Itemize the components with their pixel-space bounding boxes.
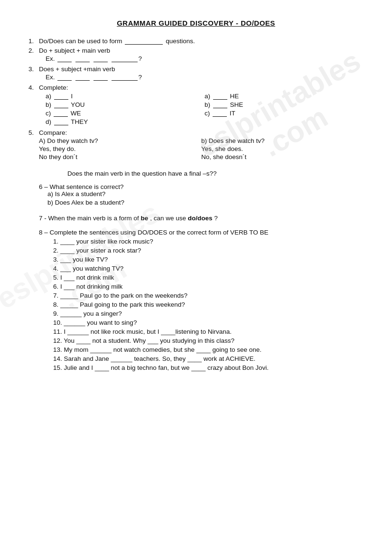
q5-left-yes: Yes, they do. <box>39 145 196 152</box>
sentence-item-15: 15. Julie and I ____ not a big techno fa… <box>53 364 364 371</box>
q7-be: be <box>141 215 149 222</box>
q1-blank <box>125 38 163 45</box>
q6-content: 6 – What sentence is correct? a) Is Alex… <box>39 183 364 207</box>
q5-right-no: No, she doesn´t <box>201 153 359 160</box>
spacer-1 <box>28 210 364 215</box>
q2-ex: Ex. ? <box>46 55 364 62</box>
sentence-item-13: 13. My mom ______ not watch comedies, bu… <box>53 346 364 353</box>
q7-num <box>28 215 39 222</box>
q4-right: a) HE b) SHE c) IT <box>205 93 364 127</box>
question-8: 8 – Complete the sentences using DO/DOES… <box>28 229 364 373</box>
q2-content: Do + subject + main verb Ex. ? <box>39 47 364 63</box>
q3-num: 3. <box>28 66 39 82</box>
sentence-item-14: 14. Sarah and Jane ______ teachers. So, … <box>53 355 364 362</box>
q5-right-question: b) Does she watch tv? <box>201 137 359 144</box>
q4-a-right: a) HE <box>205 93 364 100</box>
q4-c-left: c) WE <box>46 110 205 117</box>
q4-d-left: d) THEY <box>46 118 205 125</box>
q4-a-left: a) I <box>46 93 205 100</box>
sentence-item-10: 10. ______ you want to sing? <box>53 319 364 326</box>
q1-content: Do/Does can be used to form questions. <box>39 38 364 45</box>
page-title: GRAMMAR GUIDED DISCOVERY - DO/DOES <box>28 19 364 27</box>
q5-right-col: b) Does she watch tv? Yes, she does. No,… <box>201 137 364 161</box>
q5-cols: A) Do they watch tv? Yes, they do. No th… <box>39 137 364 161</box>
question-4: 4. Complete: a) I b) YOU c) WE d) THEY <box>28 84 364 127</box>
q5-num: 5. <box>28 129 39 181</box>
q7-content: 7 - When the main verb is a form of be ,… <box>39 215 364 222</box>
question-1: 1. Do/Does can be used to form questions… <box>28 38 364 45</box>
q6-num <box>28 183 39 207</box>
sentence-item-11: 11. I ______ not like rock music, but I … <box>53 328 364 335</box>
q4-b-left: b) YOU <box>46 101 205 108</box>
q4-num: 4. <box>28 84 39 127</box>
q5-left-col: A) Do they watch tv? Yes, they do. No th… <box>39 137 201 161</box>
sentence-list: 1. ____ your sister like rock music?2. _… <box>53 238 364 371</box>
q5-left-no: No they don´t <box>39 153 196 160</box>
sentence-item-1: 1. ____ your sister like rock music? <box>53 238 364 245</box>
question-7: 7 - When the main verb is a form of be ,… <box>28 215 364 222</box>
main-content: 1. Do/Does can be used to form questions… <box>28 38 364 373</box>
q7-dodes: do/does <box>188 215 213 222</box>
sentence-item-5: 5. I ___ not drink milk <box>53 274 364 281</box>
q5-right-yes: Yes, she does. <box>201 145 359 152</box>
q6-a: a) Is Alex a student? <box>47 190 364 198</box>
sentence-item-12: 12. You ____ not a student. Why ___ you … <box>53 337 364 344</box>
q4-content: Complete: a) I b) YOU c) WE d) THEY <box>39 84 364 127</box>
spacer-2 <box>28 224 364 229</box>
q8-content: 8 – Complete the sentences using DO/DOES… <box>39 229 364 373</box>
sentence-item-4: 4. ___ you watching TV? <box>53 265 364 272</box>
question-2: 2. Do + subject + main verb Ex. ? <box>28 47 364 63</box>
q5-left-question: A) Do they watch tv? <box>39 137 196 144</box>
question-5: 5. Compare: A) Do they watch tv? Yes, th… <box>28 129 364 181</box>
q3-content: Does + subject +main verb Ex. ? <box>39 66 364 82</box>
q4-left: a) I b) YOU c) WE d) THEY <box>46 93 205 127</box>
q4-c-right: c) IT <box>205 110 364 117</box>
q4-b-right: b) SHE <box>205 101 364 108</box>
sentence-item-7: 7. _____ Paul go to the park on the week… <box>53 292 364 299</box>
q2-num: 2. <box>28 47 39 63</box>
q3-ex: Ex. ? <box>46 74 364 81</box>
q6-b: b) Does Alex be a student? <box>47 199 364 206</box>
q8-num <box>28 229 39 373</box>
sentence-item-3: 3. ___ you like TV? <box>53 256 364 263</box>
q1-num: 1. <box>28 38 39 45</box>
sentence-item-6: 6. I ___ not drinking milk <box>53 283 364 290</box>
sentence-item-2: 2. ____ your sister a rock star? <box>53 247 364 254</box>
q5-follow-up: Does the main verb in the question have … <box>67 170 364 177</box>
sentence-item-9: 9. ______ you a singer? <box>53 310 364 317</box>
q5-content: Compare: A) Do they watch tv? Yes, they … <box>39 129 364 181</box>
sentence-item-8: 8. _____ Paul going to the park this wee… <box>53 301 364 308</box>
question-3: 3. Does + subject +main verb Ex. ? <box>28 66 364 82</box>
question-6: 6 – What sentence is correct? a) Is Alex… <box>28 183 364 207</box>
q4-grid: a) I b) YOU c) WE d) THEY a) HE <box>46 93 364 127</box>
